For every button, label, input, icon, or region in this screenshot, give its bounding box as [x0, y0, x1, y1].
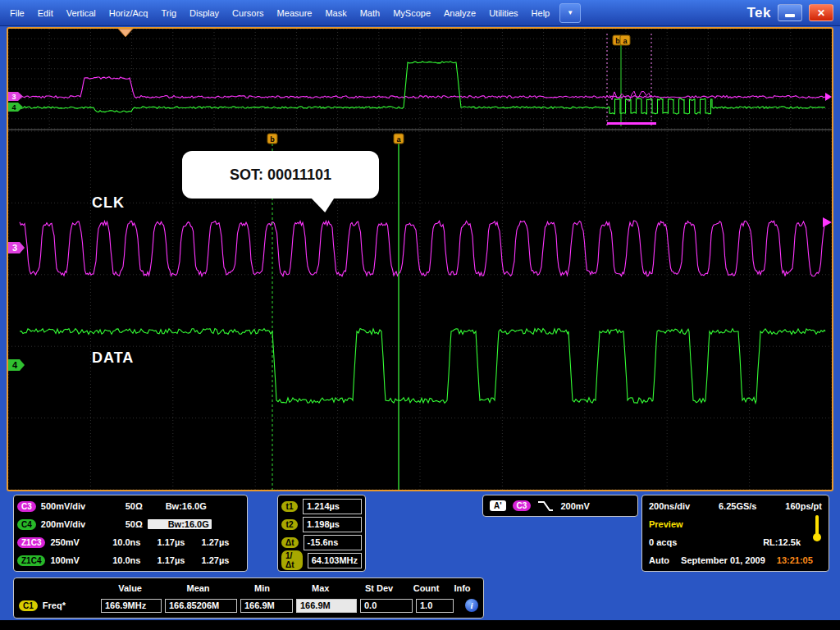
menu-item-vertical[interactable]: Vertical — [60, 1, 103, 25]
close-button[interactable]: ✕ — [809, 4, 833, 21]
zoom1-ch3-pos1: 1.17µs — [145, 537, 185, 547]
inv-delta-t-badge: 1/Δt — [281, 550, 303, 570]
cursor-t1-row: t1 1.214µs — [281, 497, 362, 515]
trigger-source-badge[interactable]: C3 — [513, 500, 532, 511]
menu-item-edit[interactable]: Edit — [31, 1, 60, 25]
menu-item-measure[interactable]: Measure — [271, 1, 319, 25]
overview-ch3-trace — [8, 77, 825, 98]
overview-ch3-right-arrow — [825, 93, 832, 101]
timebase-row: 200ns/div 6.25GS/s 160ps/pt — [649, 497, 822, 515]
menu-item-myscope[interactable]: MyScope — [386, 1, 437, 25]
menu-item-analyze[interactable]: Analyze — [437, 1, 482, 25]
zoom-ch3-right-arrow[interactable] — [823, 217, 832, 227]
menu-dropdown-button[interactable]: ▼ — [559, 3, 581, 23]
zoom1-ch3-readout-row: Z1C3 250mV 10.0ns 1.17µs 1.27µs — [17, 533, 244, 551]
zoom1-ch4-pos2: 1.27µs — [189, 555, 229, 565]
zoom1-ch4-readout-row: Z1C4 100mV 10.0ns 1.17µs 1.27µs — [17, 551, 244, 569]
overview-ch4-trace — [8, 62, 825, 114]
measurement-panel: Value Mean Min Max St Dev Count Info C1 … — [13, 578, 484, 619]
zoom-data-trace — [20, 329, 825, 404]
header-count: Count — [406, 583, 446, 593]
menu-item-display[interactable]: Display — [183, 1, 226, 25]
meas-max-cell[interactable]: 166.9M — [296, 599, 357, 613]
acq-count: 0 acqs — [649, 537, 677, 547]
ch3-badge[interactable]: C3 — [17, 501, 36, 512]
cursor-dt-row: Δt -15.6ns — [281, 533, 362, 551]
ch4-bandwidth[interactable]: Bw:16.0G — [148, 519, 212, 529]
meas-min-cell: 166.9M — [240, 599, 293, 613]
trigger-mode: Auto — [649, 555, 669, 565]
zoom1-ch4-tscale: 10.0ns — [101, 555, 140, 565]
zoom1-ch3-tscale: 10.0ns — [101, 537, 140, 547]
zoom1-ch4-pos1: 1.17µs — [145, 555, 185, 565]
header-value: Value — [99, 583, 162, 593]
cursor-t2-row: t2 1.198µs — [281, 515, 362, 533]
chevron-down-icon: ▼ — [567, 9, 573, 16]
ch4-scale: 200mV/div — [41, 519, 105, 529]
svg-text:3: 3 — [11, 93, 16, 101]
vertical-readout-panel: C3 500mV/div 50Ω Bw:16.0G C4 200mV/div 5… — [13, 495, 248, 572]
ch3-termination: 50Ω — [110, 501, 143, 511]
date-readout: September 01, 2009 — [681, 555, 765, 565]
ch4-termination: 50Ω — [110, 519, 143, 529]
t1-badge: t1 — [281, 501, 298, 512]
trigger-position-marker[interactable] — [118, 29, 133, 37]
inv-delta-t-value: 64.103MHz — [308, 553, 362, 568]
header-stdev: St Dev — [352, 583, 406, 593]
sample-rate: 6.25GS/s — [719, 501, 756, 511]
waveform-display[interactable]: baba3434 — [7, 27, 833, 491]
acq-status-row: Preview — [649, 515, 822, 533]
cursor-freq-row: 1/Δt 64.103MHz — [281, 551, 362, 569]
ch3-scale: 500mV/div — [41, 501, 105, 511]
sot-callout: SOT: 00011101 — [182, 151, 379, 199]
header-min: Min — [235, 583, 289, 593]
t2-value: 1.198µs — [303, 517, 362, 532]
zoom-clk-trace — [20, 221, 824, 276]
menu-item-math[interactable]: Math — [354, 1, 386, 25]
minimize-button[interactable] — [778, 4, 802, 21]
svg-text:b: b — [270, 135, 275, 144]
close-icon: ✕ — [817, 7, 825, 19]
menu-item-utilities[interactable]: Utilities — [482, 1, 524, 25]
menu-item-trig[interactable]: Trig — [154, 1, 183, 25]
scope-graticule[interactable]: baba3434 — [8, 29, 832, 490]
zoom1-ch4-vscale: 100mV — [50, 555, 96, 565]
menu-bar: File Edit Vertical Horiz/Acq Trig Displa… — [0, 0, 840, 26]
taskbar-strip — [0, 620, 840, 630]
meas-name: Freq* — [43, 600, 66, 610]
delta-t-value: -15.6ns — [304, 535, 362, 550]
menu-item-file[interactable]: File — [3, 1, 31, 25]
zoom1-ch3-badge[interactable]: Z1C3 — [17, 537, 45, 548]
preview-status: Preview — [649, 519, 683, 529]
ch3-readout-row: C3 500mV/div 50Ω Bw:16.0G — [17, 497, 244, 515]
meas-source-badge[interactable]: C1 — [19, 600, 38, 611]
data-trace-label: DATA — [92, 349, 134, 367]
zoom1-ch3-vscale: 250mV — [50, 537, 96, 547]
cursor-readout-panel: t1 1.214µs t2 1.198µs Δt -15.6ns 1/Δt 64… — [277, 495, 366, 572]
acq-count-row: 0 acqs RL:12.5k — [649, 533, 822, 551]
svg-text:b: b — [615, 37, 620, 45]
menu-item-help[interactable]: Help — [525, 1, 557, 25]
minimize-icon — [785, 14, 795, 17]
meas-stdev-cell: 0.0 — [360, 599, 413, 613]
zoom-region-bar — [607, 122, 656, 125]
delta-t-badge: Δt — [281, 537, 299, 548]
meas-mean-cell: 166.85206M — [165, 599, 237, 613]
menu-item-cursors[interactable]: Cursors — [226, 1, 271, 25]
header-max: Max — [290, 583, 352, 593]
timebase-scale: 200ns/div — [649, 501, 690, 511]
menu-item-mask[interactable]: Mask — [318, 1, 353, 25]
measurement-row: C1 Freq* 166.9MHz 166.85206M 166.9M 166.… — [19, 596, 478, 614]
menu-item-horiz-acq[interactable]: Horiz/Acq — [103, 1, 155, 25]
svg-text:4: 4 — [11, 103, 16, 112]
sot-callout-text: SOT: 00011101 — [230, 167, 331, 184]
meas-value-cell: 166.9MHz — [101, 599, 162, 613]
header-info: Info — [446, 583, 478, 593]
trigger-event-badge: A' — [490, 500, 506, 511]
clk-trace-label: CLK — [92, 194, 125, 212]
zoom1-ch4-badge[interactable]: Z1C4 — [17, 555, 45, 566]
info-icon[interactable]: i — [465, 599, 478, 612]
datetime-row: Auto September 01, 2009 13:21:05 — [649, 551, 822, 569]
ch4-badge[interactable]: C4 — [17, 519, 36, 530]
header-mean: Mean — [162, 583, 235, 593]
